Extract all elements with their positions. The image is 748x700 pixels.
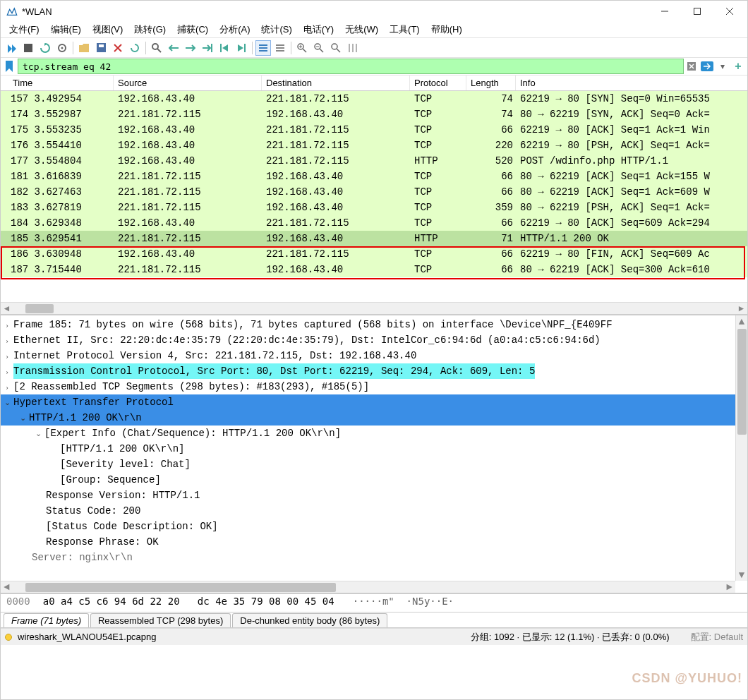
svg-rect-20 [276,47,284,49]
auto-scroll-icon[interactable] [255,40,271,56]
zoom-out-icon[interactable] [311,40,327,56]
col-time[interactable]: Time [1,76,114,90]
menu-help[interactable]: 帮助(H) [426,23,468,36]
tab-dechunked[interactable]: De-chunked entity body (86 bytes) [232,613,387,627]
tree-tcp[interactable]: ›Transmission Control Protocol, Src Port… [1,363,747,379]
go-back-icon[interactable] [166,40,181,56]
add-filter-button-icon[interactable]: + [730,59,746,74]
packet-list-hscroll[interactable]: ◄► [1,302,747,314]
open-file-icon[interactable] [76,40,92,56]
apply-filter-icon[interactable] [699,59,715,74]
tree-expert-sub3[interactable]: [Group: Sequence] [1,472,747,488]
packet-list-pane[interactable]: Time Source Destination Protocol Length … [1,76,747,315]
tree-expert-info[interactable]: ⌄[Expert Info (Chat/Sequence): HTTP/1.1 … [1,426,747,441]
go-first-icon[interactable] [217,40,232,56]
packet-details-pane[interactable]: ›Frame 185: 71 bytes on wire (568 bits),… [1,315,747,594]
packet-bytes-pane[interactable]: 0000a0 a4 c5 c6 94 6d 22 20 dc 4e 35 79 … [1,594,747,612]
packet-row[interactable]: 176 3.554410192.168.43.40221.181.72.115T… [1,138,747,153]
tab-frame[interactable]: Frame (71 bytes) [4,613,89,627]
svg-line-30 [337,49,340,52]
menu-file[interactable]: 文件(F) [4,23,45,36]
menu-go[interactable]: 跳转(G) [128,23,171,36]
col-destination[interactable]: Destination [262,76,410,90]
packet-row[interactable]: 174 3.552987221.181.72.115192.168.43.40T… [1,107,747,122]
menu-statistics[interactable]: 统计(S) [255,23,297,36]
tree-expert-sub2[interactable]: [Severity level: Chat] [1,457,747,472]
tab-reassembled[interactable]: Reassembled TCP (298 bytes) [90,613,231,627]
col-source[interactable]: Source [114,76,262,90]
find-icon[interactable] [149,40,164,56]
clear-filter-icon[interactable] [684,59,699,74]
resize-columns-icon[interactable] [345,40,361,56]
menu-capture[interactable]: 捕获(C) [171,23,214,36]
menu-wireless[interactable]: 无线(W) [339,23,384,36]
tree-reassembled[interactable]: ›[2 Reassembled TCP Segments (298 bytes)… [1,379,747,394]
col-protocol[interactable]: Protocol [410,76,466,90]
packet-row[interactable]: 177 3.554804192.168.43.40221.181.72.115H… [1,153,747,169]
svg-line-27 [320,49,323,52]
svg-rect-4 [24,44,32,52]
colorize-icon[interactable] [272,40,288,56]
menu-edit[interactable]: 编辑(E) [45,23,87,36]
menu-tools[interactable]: 工具(T) [384,23,426,36]
tree-http-status[interactable]: ⌄HTTP/1.1 200 OK\r\n [1,410,747,426]
tree-ethernet[interactable]: ›Ethernet II, Src: 22:20:dc:4e:35:79 (22… [1,332,747,348]
bytes-tabs: Frame (71 bytes) Reassembled TCP (298 by… [1,612,747,628]
maximize-button[interactable] [681,1,713,22]
tree-http[interactable]: ⌄Hypertext Transfer Protocol [1,394,747,410]
tree-expert-sub1[interactable]: [HTTP/1.1 200 OK\r\n] [1,441,747,457]
tree-server[interactable]: Server: nginx\r\n [1,550,747,565]
wireshark-icon [6,6,18,17]
start-capture-icon[interactable] [4,40,19,56]
window-title: *WLAN [22,6,649,17]
tree-resp-version[interactable]: Response Version: HTTP/1.1 [1,488,747,503]
svg-point-11 [152,44,158,49]
zoom-in-icon[interactable] [294,40,310,56]
go-to-icon[interactable] [200,40,215,56]
status-filename[interactable]: wireshark_WLANOU54E1.pcapng [18,632,157,642]
close-file-icon[interactable] [110,40,126,56]
packet-row[interactable]: 181 3.616839221.181.72.115192.168.43.40T… [1,169,747,184]
go-forward-icon[interactable] [183,40,198,56]
status-packet-counts: 分组: 1092 · 已显示: 12 (1.1%) · 已丢弃: 0 (0.0%… [471,631,670,644]
filter-dropdown-icon[interactable]: ▾ [715,59,730,74]
svg-rect-17 [259,47,267,49]
col-length[interactable]: Length [466,76,516,90]
stop-capture-icon[interactable] [20,40,36,56]
status-profile[interactable]: 配置: Default [691,631,743,644]
close-button[interactable] [713,1,746,22]
packet-list-header[interactable]: Time Source Destination Protocol Length … [1,76,747,91]
menu-analyze[interactable]: 分析(A) [214,23,255,36]
packet-row[interactable]: 157 3.492954192.168.43.40221.181.72.115T… [1,91,747,107]
save-file-icon[interactable] [93,40,109,56]
tree-status-code[interactable]: Status Code: 200 [1,503,747,519]
packet-row[interactable]: 183 3.627819221.181.72.115192.168.43.40T… [1,200,747,215]
packet-row[interactable]: 184 3.629348192.168.43.40221.181.72.115T… [1,215,747,231]
reload-icon[interactable] [127,40,143,56]
packet-row[interactable]: 175 3.553235192.168.43.40221.181.72.115T… [1,122,747,138]
minimize-button[interactable] [649,1,681,22]
toolbar [1,37,747,57]
zoom-reset-icon[interactable] [328,40,344,56]
details-hscroll[interactable]: ◄► [1,581,735,593]
packet-row[interactable]: 186 3.630948192.168.43.40221.181.72.115T… [1,246,747,262]
display-filter-input[interactable] [18,59,684,74]
packet-row[interactable]: 185 3.629541221.181.72.115192.168.43.40H… [1,231,747,246]
tree-ip[interactable]: ›Internet Protocol Version 4, Src: 221.1… [1,348,747,363]
tree-frame[interactable]: ›Frame 185: 71 bytes on wire (568 bits),… [1,317,747,332]
go-last-icon[interactable] [234,40,249,56]
tree-status-desc[interactable]: [Status Code Description: OK] [1,519,747,534]
restart-capture-icon[interactable] [37,40,53,56]
svg-rect-1 [694,8,701,15]
capture-options-icon[interactable] [54,40,70,56]
bookmark-filter-icon[interactable] [2,59,16,73]
col-info[interactable]: Info [516,76,747,90]
expert-indicator-icon[interactable] [5,634,12,641]
packet-row[interactable]: 182 3.627463221.181.72.115192.168.43.40T… [1,184,747,200]
statusbar: wireshark_WLANOU54E1.pcapng 分组: 1092 · 已… [1,628,747,645]
tree-resp-phrase[interactable]: Response Phrase: OK [1,534,747,550]
menu-telephony[interactable]: 电话(Y) [298,23,339,36]
menu-view[interactable]: 视图(V) [87,23,128,36]
details-vscroll[interactable]: ▲▼ [735,315,747,581]
packet-row[interactable]: 187 3.715440221.181.72.115192.168.43.40T… [1,262,747,277]
